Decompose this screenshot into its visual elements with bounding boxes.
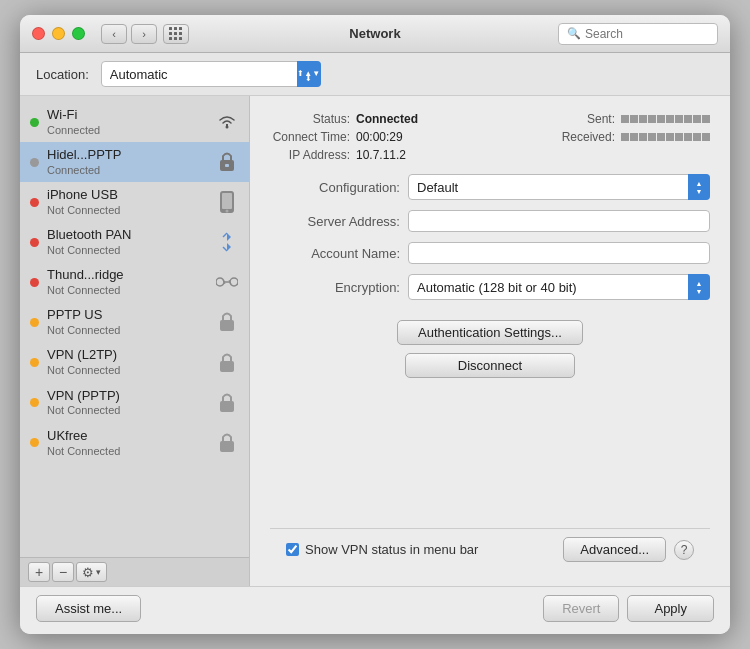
sidebar-item-wifi[interactable]: Wi-Fi Connected [20, 102, 249, 142]
status-dot-iphone [30, 198, 39, 207]
settings-menu-button[interactable]: ⚙ ▾ [76, 562, 107, 582]
bottom-actions: Assist me... Revert Apply [20, 586, 730, 634]
status-value: Connected [356, 112, 418, 126]
sidebar-item-vpn-pptp[interactable]: VPN (PPTP) Not Connected [20, 383, 249, 423]
config-label: Configuration: [270, 180, 400, 195]
close-button[interactable] [32, 27, 45, 40]
apply-button[interactable]: Apply [627, 595, 714, 622]
status-dot-vpn-pptp [30, 398, 39, 407]
server-row: Server Address: [270, 210, 710, 232]
connect-time-label: Connect Time: [270, 130, 350, 144]
sidebar-item-bluetooth-status: Not Connected [47, 244, 215, 257]
sidebar-item-wifi-status: Connected [47, 124, 215, 137]
back-button[interactable]: ‹ [101, 24, 127, 44]
grid-view-button[interactable] [163, 24, 189, 44]
svg-rect-13 [220, 401, 234, 412]
sidebar-item-pptp-name: Hidel...PPTP [47, 147, 215, 164]
sidebar-item-ukfree-name: UKfree [47, 428, 215, 445]
location-bar: Location: Automatic Home Work Edit Locat… [20, 53, 730, 96]
encryption-select[interactable]: Automatic (128 bit or 40 bit) 128 bit 40… [408, 274, 710, 300]
remove-connection-button[interactable]: − [52, 562, 74, 582]
location-select[interactable]: Automatic Home Work Edit Locations... [101, 61, 321, 87]
encryption-label: Encryption: [270, 280, 400, 295]
location-select-wrapper: Automatic Home Work Edit Locations... ▲ … [101, 61, 321, 87]
lock-icon-pptp [215, 150, 239, 174]
status-dot-vpn-l2tp [30, 358, 39, 367]
sidebar-item-pptp[interactable]: Hidel...PPTP Connected [20, 142, 249, 182]
auth-settings-button[interactable]: Authentication Settings... [397, 320, 583, 345]
status-dot-thunderbolt [30, 278, 39, 287]
sidebar-item-vpn-l2tp-name: VPN (L2TP) [47, 347, 215, 364]
revert-button[interactable]: Revert [543, 595, 619, 622]
gear-icon: ⚙ [82, 565, 94, 580]
encryption-row: Encryption: Automatic (128 bit or 40 bit… [270, 274, 710, 300]
sidebar-item-vpn-pptp-name: VPN (PPTP) [47, 388, 215, 405]
assist-me-button[interactable]: Assist me... [36, 595, 141, 622]
sidebar-item-vpn-pptp-status: Not Connected [47, 404, 215, 417]
advanced-button[interactable]: Advanced... [563, 537, 666, 562]
account-name-input[interactable] [408, 242, 710, 264]
sidebar-item-pptp-us-name: PPTP US [47, 307, 215, 324]
nav-buttons: ‹ › [101, 24, 157, 44]
gear-dropdown-arrow: ▾ [96, 567, 101, 577]
show-vpn-label: Show VPN status in menu bar [305, 542, 478, 557]
search-input[interactable] [585, 27, 709, 41]
minimize-button[interactable] [52, 27, 65, 40]
server-label: Server Address: [270, 214, 400, 229]
sent-label: Sent: [587, 112, 615, 126]
spacer [270, 378, 710, 528]
server-address-input[interactable] [408, 210, 710, 232]
bluetooth-icon [215, 230, 239, 254]
svg-point-6 [216, 278, 224, 286]
action-buttons: Authentication Settings... Disconnect [270, 320, 710, 378]
forward-button[interactable]: › [131, 24, 157, 44]
ip-value: 10.7.11.2 [356, 148, 406, 162]
sidebar-item-vpn-l2tp[interactable]: VPN (L2TP) Not Connected [20, 342, 249, 382]
lock-icon-vpn-l2tp [215, 351, 239, 375]
config-select[interactable]: Default Add Configuration... [408, 174, 710, 200]
disconnect-button[interactable]: Disconnect [405, 353, 575, 378]
search-box[interactable]: 🔍 [558, 23, 718, 45]
sidebar-item-iphone-usb[interactable]: iPhone USB Not Connected [20, 182, 249, 222]
status-dot-bluetooth [30, 238, 39, 247]
svg-rect-2 [225, 164, 229, 167]
sidebar-item-bluetooth[interactable]: Bluetooth PAN Not Connected [20, 222, 249, 262]
status-label: Status: [270, 112, 350, 126]
sidebar-item-wifi-name: Wi-Fi [47, 107, 215, 124]
connect-time-value: 00:00:29 [356, 130, 403, 144]
svg-point-0 [226, 126, 229, 129]
sidebar: Wi-Fi Connected [20, 96, 250, 586]
svg-point-5 [226, 210, 229, 213]
config-select-wrapper: Default Add Configuration... ▲ ▼ [408, 174, 710, 200]
sidebar-item-ukfree[interactable]: UKfree Not Connected [20, 423, 249, 463]
sidebar-item-ukfree-status: Not Connected [47, 445, 215, 458]
sidebar-item-bluetooth-name: Bluetooth PAN [47, 227, 215, 244]
add-connection-button[interactable]: + [28, 562, 50, 582]
lock-icon-ukfree [215, 431, 239, 455]
sidebar-item-pptp-us[interactable]: PPTP US Not Connected [20, 302, 249, 342]
received-bar [621, 133, 710, 141]
show-vpn-checkbox[interactable] [286, 543, 299, 556]
sidebar-item-pptp-status: Connected [47, 164, 215, 177]
sidebar-item-thunderbolt[interactable]: Thund...ridge Not Connected [20, 262, 249, 302]
thunderbolt-icon [215, 270, 239, 294]
maximize-button[interactable] [72, 27, 85, 40]
status-dot-pptp-us [30, 318, 39, 327]
vpn-status-bar: Show VPN status in menu bar Advanced... … [270, 528, 710, 570]
sidebar-item-thunderbolt-name: Thund...ridge [47, 267, 215, 284]
status-dot-pptp [30, 158, 39, 167]
help-button[interactable]: ? [674, 540, 694, 560]
main-content: Wi-Fi Connected [20, 96, 730, 586]
svg-rect-11 [220, 320, 234, 331]
lock-icon-vpn-pptp [215, 391, 239, 415]
location-label: Location: [36, 67, 89, 82]
account-row: Account Name: [270, 242, 710, 264]
svg-point-8 [230, 278, 238, 286]
sidebar-toolbar: + − ⚙ ▾ [20, 557, 249, 586]
titlebar: ‹ › Network 🔍 [20, 15, 730, 53]
sidebar-item-iphone-status: Not Connected [47, 204, 215, 217]
window-title: Network [349, 26, 400, 41]
svg-rect-12 [220, 361, 234, 372]
config-row: Configuration: Default Add Configuration… [270, 174, 710, 200]
right-controls: Advanced... ? [563, 537, 694, 562]
